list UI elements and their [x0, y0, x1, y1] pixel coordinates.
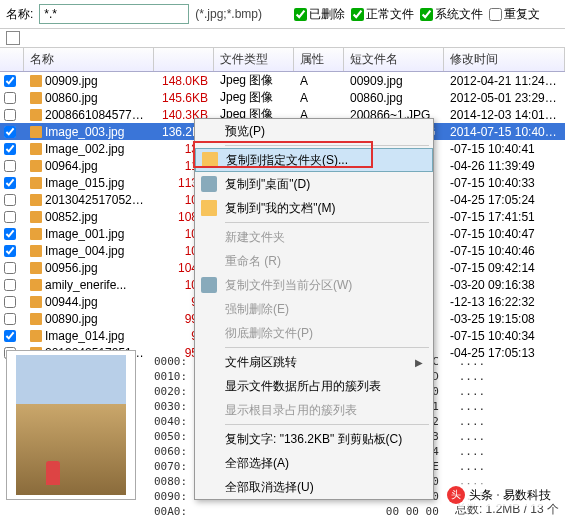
file-icon [30, 126, 42, 138]
table-row[interactable]: 00860.jpg145.6KBJpeg 图像A00860.jpg2012-05… [0, 89, 565, 106]
menu-copy-to-docs[interactable]: 复制到"我的文档"(M) [195, 196, 433, 220]
menu-copy-to-folder[interactable]: 复制到指定文件夹(S)... [195, 148, 433, 172]
file-icon [30, 330, 42, 342]
chevron-right-icon: ▶ [415, 357, 423, 368]
file-icon [30, 211, 42, 223]
drive-icon [201, 277, 217, 293]
row-checkbox[interactable] [4, 160, 16, 172]
menu-copy-partition: 复制文件到当前分区(W) [195, 273, 433, 297]
filter-system[interactable]: 系统文件 [420, 6, 483, 23]
file-icon [30, 313, 42, 325]
watermark: 头 头条 易数科技 [441, 484, 557, 506]
file-icon [30, 92, 42, 104]
watermark-icon: 头 [447, 486, 465, 504]
menu-force-delete: 强制删除(E) [195, 297, 433, 321]
file-icon [30, 143, 42, 155]
row-checkbox[interactable] [4, 211, 16, 223]
context-menu: 预览(P) 复制到指定文件夹(S)... 复制到"桌面"(D) 复制到"我的文档… [194, 118, 434, 500]
file-icon [30, 194, 42, 206]
menu-perm-delete: 彻底删除文件(P) [195, 321, 433, 345]
menu-deselect-all[interactable]: 全部取消选择(U) [195, 475, 433, 499]
file-icon [30, 296, 42, 308]
filter-dup[interactable]: 重复文 [489, 6, 540, 23]
file-icon [30, 160, 42, 172]
name-input[interactable] [39, 4, 189, 24]
row-checkbox[interactable] [4, 245, 16, 257]
menu-sector-jump[interactable]: 文件扇区跳转▶ [195, 350, 433, 374]
row-checkbox[interactable] [4, 279, 16, 291]
file-icon [30, 228, 42, 240]
folder-icon [202, 152, 218, 168]
ext-hint: (*.jpg;*.bmp) [195, 7, 262, 21]
filter-normal[interactable]: 正常文件 [351, 6, 414, 23]
filter-deleted[interactable]: 已删除 [294, 6, 345, 23]
row-checkbox[interactable] [4, 228, 16, 240]
menu-root-cluster: 显示根目录占用的簇列表 [195, 398, 433, 422]
file-icon [30, 262, 42, 274]
row-checkbox[interactable] [4, 262, 16, 274]
column-headers[interactable]: 名称 文件类型 属性 短文件名 修改时间 [0, 48, 565, 72]
row-checkbox[interactable] [4, 92, 16, 104]
row-checkbox[interactable] [4, 330, 16, 342]
file-icon [30, 279, 42, 291]
file-icon [30, 245, 42, 257]
row-checkbox[interactable] [4, 194, 16, 206]
menu-select-all[interactable]: 全部选择(A) [195, 451, 433, 475]
row-checkbox[interactable] [4, 313, 16, 325]
menu-cluster-list[interactable]: 显示文件数据所占用的簇列表 [195, 374, 433, 398]
menu-rename: 重命名 (R) [195, 249, 433, 273]
file-icon [30, 109, 42, 121]
toolbar-dropdown[interactable] [6, 31, 20, 45]
file-icon [30, 75, 42, 87]
row-checkbox[interactable] [4, 177, 16, 189]
row-checkbox[interactable] [4, 126, 16, 138]
row-checkbox[interactable] [4, 296, 16, 308]
row-checkbox[interactable] [4, 75, 16, 87]
docs-icon [201, 200, 217, 216]
menu-copy-text[interactable]: 复制文字: "136.2KB" 到剪贴板(C) [195, 427, 433, 451]
preview-image [16, 355, 126, 495]
menu-preview[interactable]: 预览(P) [195, 119, 433, 143]
menu-copy-to-desktop[interactable]: 复制到"桌面"(D) [195, 172, 433, 196]
row-checkbox[interactable] [4, 143, 16, 155]
preview-panel [6, 350, 136, 500]
table-row[interactable]: 00909.jpg148.0KBJpeg 图像A00909.jpg2012-04… [0, 72, 565, 89]
menu-new-folder: 新建文件夹 [195, 225, 433, 249]
row-checkbox[interactable] [4, 109, 16, 121]
desktop-icon [201, 176, 217, 192]
name-label: 名称: [6, 6, 33, 23]
file-icon [30, 177, 42, 189]
